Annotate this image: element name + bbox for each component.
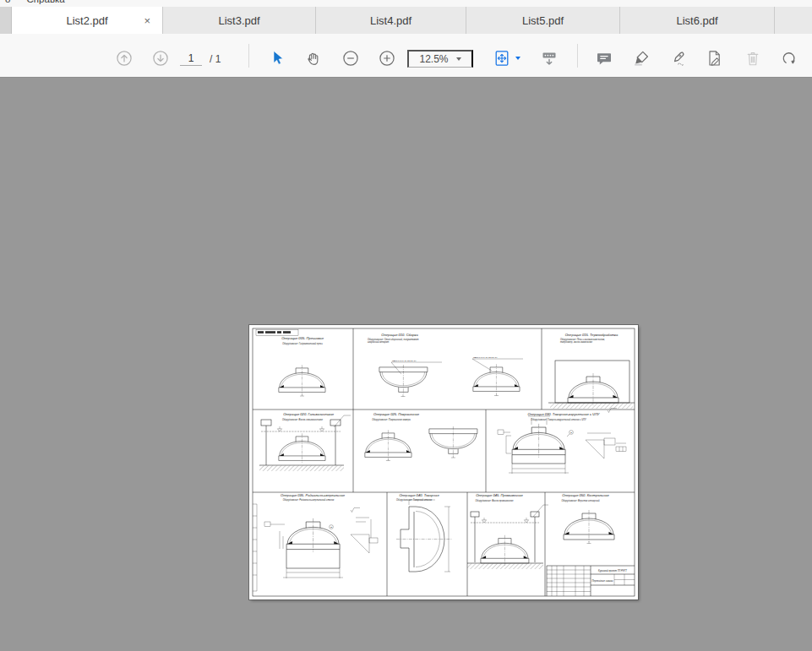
- acrobat-reader-window: о Справка List2.pdf × List3.pdf List4.pd…: [0, 0, 812, 651]
- document-canvas[interactable]: Операция 005. Прессовая Оборудование: Ги…: [0, 78, 812, 651]
- tab-bar-rest: [775, 7, 812, 34]
- panel-subtitle: Оборудование: Покрасочная камера: [372, 418, 411, 421]
- drawing-sheet: Операция 005. Прессовая Оборудование: Ги…: [249, 325, 638, 599]
- highlight-button[interactable]: [632, 49, 651, 68]
- previous-page-button[interactable]: [115, 49, 134, 68]
- delete-button[interactable]: [744, 49, 762, 68]
- chevron-down-icon: [456, 57, 461, 61]
- tab-list4-label: List4.pdf: [370, 14, 411, 27]
- edit-pdf-icon: [706, 49, 724, 68]
- panel-subtitle: Оборудование: Токарный станок: [396, 498, 433, 502]
- view-label: Б: [570, 431, 572, 434]
- panel-op015: Операция 015. Термообработка Оборудовани…: [548, 333, 635, 409]
- tab-list2[interactable]: List2.pdf ×: [12, 7, 163, 34]
- sheet-frame: [253, 328, 635, 596]
- document-tab-bar: List2.pdf × List3.pdf List4.pdf List5.pd…: [0, 7, 812, 34]
- zoom-out-button[interactable]: [341, 49, 360, 68]
- tab-list6-label: List6.pdf: [676, 14, 717, 27]
- previous-page-icon: [115, 49, 134, 68]
- title-block: Курсовой проект ТП РЭТТ Переходные эскиз…: [547, 566, 635, 596]
- comment-button[interactable]: [595, 49, 613, 68]
- close-tab-icon[interactable]: ×: [144, 15, 150, 26]
- panel-title: Операция 030. Токарная-карусельная с ЧПУ: [528, 412, 600, 416]
- panel-subtitle: Оборудование: Радиально-сверлильный стан…: [283, 498, 335, 502]
- panel-op030: Операция 030. Токарная-карусельная с ЧПУ…: [498, 409, 626, 475]
- panel-subtitle: Оборудование: Токарно-карусельный станок…: [531, 418, 586, 421]
- panel-op005: Операция 005. Прессовая Оборудование: Ги…: [279, 336, 325, 396]
- tab-list3[interactable]: List3.pdf: [163, 7, 316, 34]
- panel-title: Операция 035. Радиально-сверлильная: [281, 493, 346, 497]
- panel-title: Операция 040. Токарная: [399, 493, 439, 497]
- panel-title: Операция 005. Прессовая: [281, 336, 324, 340]
- zoom-out-icon: [341, 49, 360, 68]
- tab-list3-label: List3.pdf: [218, 14, 259, 27]
- view-label: В: [330, 526, 332, 529]
- trash-icon: [744, 49, 762, 68]
- panel-subtitle-2: твердомер, ванна закалочная: [560, 340, 593, 344]
- hand-tool-icon: [304, 49, 323, 68]
- toolbar-separator: [248, 44, 249, 68]
- tab-list5[interactable]: List5.pdf: [466, 7, 620, 34]
- panel-title: Операция 015. Термообработка: [565, 333, 619, 337]
- toolbar-panel-icon: [540, 49, 559, 68]
- tab-list2-label: List2.pdf: [66, 14, 107, 27]
- title-block-sheet: Переходные эскизы: [592, 579, 613, 583]
- chevron-down-icon: [515, 57, 520, 60]
- tab-list6[interactable]: List6.pdf: [620, 7, 775, 34]
- main-toolbar: / 1 12.5%: [0, 34, 812, 78]
- toolbar-panel-button[interactable]: [540, 49, 559, 68]
- tab-list4[interactable]: List4.pdf: [316, 7, 466, 34]
- comment-icon: [595, 49, 613, 68]
- hand-tool-button[interactable]: [304, 49, 323, 68]
- panel-subtitle: Оборудование: Ванна гальваническая: [282, 418, 324, 421]
- title-block-project: Курсовой проект ТП РЭТТ: [598, 569, 627, 572]
- pdf-page: Операция 005. Прессовая Оборудование: Ги…: [249, 325, 638, 599]
- zoom-in-button[interactable]: [378, 49, 396, 68]
- panel-subtitle: Оборудование: Гидравлический пресс: [282, 342, 323, 345]
- panel-op050: Операция 050. Контрольная Оборудование: …: [561, 493, 614, 543]
- tab-list5-label: List5.pdf: [522, 14, 564, 27]
- panel-title: Операция 050. Контрольная: [562, 493, 609, 497]
- page-fit-dropdown[interactable]: [493, 49, 520, 68]
- panel-subtitle-2: сварочный аппарат: [368, 340, 390, 344]
- weld-callout: ГОСТ 14771-76-Т3-УП-Δ4: [392, 360, 417, 362]
- select-tool-button[interactable]: [268, 49, 286, 68]
- panel-op040: Операция 040. Токарная Оборудование: Ток…: [396, 493, 452, 572]
- panel-title: Операция 010. Сборка: [381, 333, 418, 337]
- panel-subtitle: Оборудование: Верстак слесарный: [561, 499, 600, 502]
- toolbar-separator: [577, 44, 578, 68]
- panel-op025: Операция 025. Покрасочная Оборудование: …: [365, 412, 477, 461]
- rotate-icon: [780, 49, 798, 68]
- zoom-level-value: 12.5%: [419, 53, 448, 65]
- next-page-icon: [151, 49, 170, 68]
- select-tool-icon: [268, 49, 286, 68]
- fill-sign-button[interactable]: [668, 49, 687, 68]
- rotate-button[interactable]: [780, 49, 798, 68]
- menu-bar[interactable]: о Справка: [0, 0, 812, 7]
- zoom-in-icon: [378, 49, 396, 68]
- panel-title: Операция 020. Гальваническая: [283, 412, 335, 416]
- weld-callout: ГОСТ 14771-76-Т3-УП-Δ4: [473, 356, 498, 359]
- panel-subtitle: Оборудование: Ванна промывочная: [476, 499, 514, 502]
- panel-op045: Операция 045. Промывочная Оборудование: …: [467, 493, 548, 569]
- fill-sign-icon: [668, 49, 687, 68]
- panel-op010: Операция 010. Сборка Оборудование: Стол …: [368, 333, 523, 396]
- edit-pdf-button[interactable]: [706, 49, 724, 68]
- panel-op020: Операция 020. Гальваническая Оборудовани…: [259, 412, 351, 471]
- panel-title: Операция 025. Покрасочная: [373, 412, 420, 416]
- menu-bar-partial-text: о Справка: [5, 0, 65, 4]
- panel-op035: Операция 035. Радиально-сверлильная Обор…: [264, 493, 378, 578]
- page-count-label: / 1: [210, 53, 221, 65]
- fit-page-icon: [493, 49, 511, 68]
- highlight-icon: [632, 49, 651, 68]
- panel-title: Операция 045. Промывочная: [476, 493, 523, 497]
- page-number-input[interactable]: [180, 52, 202, 66]
- zoom-level-dropdown[interactable]: 12.5%: [407, 50, 473, 68]
- next-page-button[interactable]: [151, 49, 170, 68]
- tab-bar-left-spacer: [0, 7, 12, 34]
